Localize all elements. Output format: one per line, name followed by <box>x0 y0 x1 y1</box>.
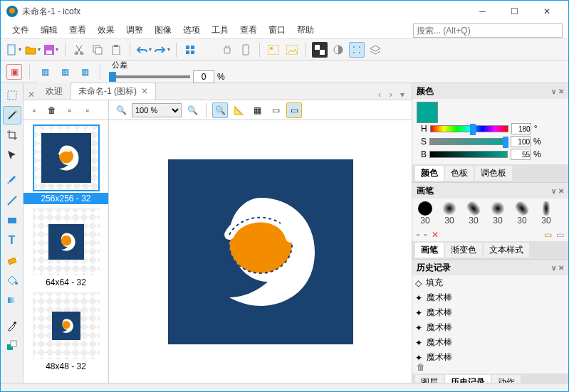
brush-tab-gradient[interactable]: 渐变色 <box>445 243 482 258</box>
menu-view2[interactable]: 查看 <box>234 23 263 38</box>
sat-input[interactable] <box>511 136 531 147</box>
brush-new-icon[interactable]: ▫ <box>417 230 419 240</box>
tab-document[interactable]: 未命名-1 (图标)✕ <box>71 83 156 100</box>
color-swatch[interactable] <box>417 102 438 123</box>
menu-options[interactable]: 选项 <box>177 23 206 38</box>
image2-icon[interactable] <box>284 42 300 58</box>
grid-icon[interactable]: ▦ <box>249 102 265 118</box>
thumb-delete-icon[interactable]: 🗑 <box>44 102 60 118</box>
fit-icon[interactable]: ▭ <box>268 102 283 118</box>
menu-help[interactable]: 帮助 <box>291 23 320 38</box>
windows-icon[interactable] <box>182 42 198 58</box>
ruler-icon[interactable]: 📐 <box>231 102 246 118</box>
menu-image[interactable]: 图像 <box>149 23 177 38</box>
android-icon[interactable] <box>219 42 235 58</box>
tool-marquee[interactable] <box>3 86 21 105</box>
maximize-button[interactable]: ☐ <box>498 1 531 22</box>
color-tab-swatches[interactable]: 色板 <box>445 166 474 181</box>
panel-controls[interactable]: ∨ ✕ <box>551 88 564 95</box>
bri-slider[interactable] <box>429 151 508 158</box>
brush-tab-text[interactable]: 文本样式 <box>484 243 529 258</box>
zoom-select[interactable]: 100 % <box>132 103 182 117</box>
thumb-48[interactable]: 48x48 - 32 <box>24 292 108 372</box>
sat-slider[interactable] <box>429 138 508 145</box>
tab-nav[interactable]: ‹ › ▾ <box>378 90 407 100</box>
grid-dots-icon[interactable] <box>349 42 365 58</box>
menu-view[interactable]: 查看 <box>63 23 92 38</box>
open-button[interactable] <box>25 42 41 58</box>
brush-dup-icon[interactable]: ▫ <box>424 230 427 240</box>
apple-icon[interactable] <box>201 42 216 58</box>
tool-eraser[interactable] <box>3 251 21 270</box>
redo-button[interactable] <box>155 42 170 58</box>
sel-sub-icon[interactable]: ▦ <box>57 64 73 80</box>
marquee-icon[interactable]: ▣ <box>6 64 22 80</box>
tab-welcome[interactable]: 欢迎 <box>38 83 71 100</box>
menu-file[interactable]: 文件 <box>6 23 35 38</box>
minimize-button[interactable]: ─ <box>466 1 498 22</box>
tool-eyedropper[interactable] <box>3 317 21 335</box>
tool-move[interactable] <box>3 146 21 164</box>
tool-brush[interactable] <box>3 171 21 190</box>
undo-button[interactable] <box>136 42 152 58</box>
history-item[interactable]: ◇填充 <box>412 275 568 290</box>
zoom-out-icon[interactable]: 🔍 <box>113 102 129 118</box>
phone-icon[interactable] <box>238 42 254 58</box>
thumb-export-icon[interactable]: ▫ <box>80 102 95 118</box>
thumb-256[interactable]: 256x256 - 32 <box>24 125 108 204</box>
brush-tab-brush[interactable]: 画笔 <box>415 243 444 258</box>
menu-tools[interactable]: 工具 <box>206 23 234 38</box>
tab-close-icon[interactable]: ✕ <box>141 86 148 96</box>
zoom-in-icon[interactable]: 🔍 <box>184 102 200 118</box>
brush-save-icon[interactable]: ▭ <box>556 230 564 240</box>
zoom-tool-icon[interactable]: 🔍 <box>212 102 228 118</box>
thumb-new-icon[interactable]: ▫ <box>26 102 42 118</box>
history-item[interactable]: ✦魔术棒 <box>412 290 568 305</box>
brush-4[interactable]: 30 <box>488 201 508 226</box>
tool-fill[interactable] <box>3 271 21 290</box>
layers-icon[interactable] <box>367 42 383 58</box>
color-tab-palette[interactable]: 调色板 <box>475 166 512 181</box>
bri-input[interactable] <box>511 149 531 160</box>
tool-gradient[interactable] <box>3 291 21 309</box>
brush-5[interactable]: 30 <box>512 201 532 226</box>
sel-add-icon[interactable]: ▦ <box>37 64 53 80</box>
hue-input[interactable] <box>511 123 531 134</box>
menu-window[interactable]: 窗口 <box>263 23 291 38</box>
bottom-tab-history[interactable]: 历史记录 <box>445 375 491 383</box>
menu-edit[interactable]: 编辑 <box>35 23 63 38</box>
bottom-tab-actions[interactable]: 动作 <box>492 375 521 383</box>
canvas[interactable] <box>109 120 412 383</box>
image-icon[interactable] <box>266 42 281 58</box>
new-button[interactable] <box>6 42 22 58</box>
brush-folder-icon[interactable]: ▭ <box>544 230 552 240</box>
sel-int-icon[interactable]: ▦ <box>77 64 93 80</box>
search-input[interactable] <box>413 23 563 38</box>
opacity-icon[interactable] <box>330 42 346 58</box>
history-del-icon[interactable]: 🗑 <box>417 362 425 372</box>
brush-6[interactable]: 30 <box>536 201 556 226</box>
tabs-close-icon[interactable]: ✕ <box>28 90 35 100</box>
brush-del-icon[interactable]: ✕ <box>432 230 439 240</box>
cut-button[interactable] <box>71 42 87 58</box>
history-item[interactable]: ✦魔术棒 <box>412 350 568 361</box>
hue-slider[interactable] <box>430 125 508 132</box>
history-item[interactable]: ✦魔术棒 <box>412 320 568 335</box>
checkered-icon[interactable] <box>312 42 328 58</box>
thumb-dup-icon[interactable]: ▫ <box>62 102 78 118</box>
tool-rect[interactable] <box>3 211 21 230</box>
history-item[interactable]: ✦魔术棒 <box>412 305 568 320</box>
close-button[interactable]: ✕ <box>531 1 563 22</box>
tolerance-slider[interactable] <box>112 75 190 78</box>
fit2-icon[interactable]: ▭ <box>286 102 302 118</box>
tool-wand[interactable] <box>3 106 21 125</box>
tool-crop[interactable] <box>3 126 21 144</box>
brush-2[interactable]: 30 <box>439 201 459 226</box>
color-tab-color[interactable]: 颜色 <box>415 166 444 181</box>
brush-1[interactable]: 30 <box>415 201 435 226</box>
bottom-tab-layers[interactable]: 图层 <box>415 375 444 383</box>
paste-button[interactable] <box>108 42 124 58</box>
tolerance-input[interactable] <box>193 70 214 83</box>
tool-text[interactable]: T <box>3 231 21 250</box>
thumb-64[interactable]: 64x64 - 32 <box>24 208 108 288</box>
